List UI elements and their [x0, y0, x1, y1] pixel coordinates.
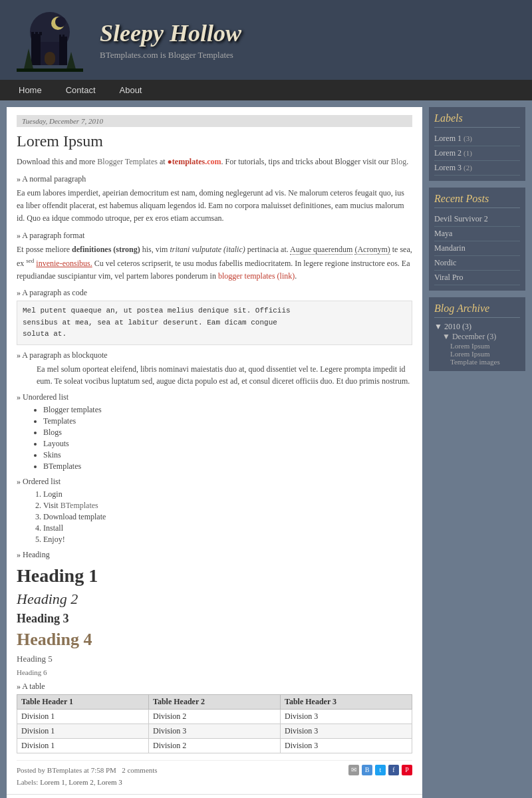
- normal-para-label: A normal paragraph: [17, 174, 412, 184]
- list-item: Templates: [43, 416, 412, 426]
- archive-year[interactable]: ▼ 2010 (3): [434, 322, 520, 332]
- year-arrow: ▼: [434, 322, 442, 331]
- recent-post-maya[interactable]: Maya: [434, 227, 520, 241]
- table-cell: Division 3: [281, 738, 412, 753]
- invenie-text: invenie-eonsibus.: [36, 259, 92, 268]
- post-byline: Posted by BTemplates at 7:58 PM 2 commen…: [17, 766, 158, 774]
- nav-home[interactable]: Home: [7, 80, 54, 100]
- label-count: (2): [464, 164, 472, 172]
- table-header: Table Header 2: [149, 694, 281, 709]
- recent-posts-title: Recent Posts: [434, 193, 520, 208]
- blog-templates-link[interactable]: blogger templates (link): [218, 271, 295, 281]
- label-link[interactable]: Lorem 2: [68, 778, 94, 786]
- navigation: Home Contact About: [0, 80, 532, 100]
- btemplates-ordered-link[interactable]: BTemplates: [61, 501, 98, 510]
- main-layout: Tuesday, December 7, 2010 Lorem Ipsum Do…: [0, 100, 532, 798]
- list-item: Install: [43, 523, 412, 533]
- recent-post-nordic[interactable]: Nordic: [434, 256, 520, 271]
- svg-rect-7: [35, 32, 38, 35]
- logo-icon: [17, 9, 83, 72]
- heading-6: Heading 6: [17, 668, 412, 676]
- archive-post-3[interactable]: Template images: [434, 358, 520, 366]
- svg-rect-10: [63, 35, 65, 38]
- site-title-area: Sleepy Hollow BTemplates.com is Blogger …: [100, 19, 241, 61]
- month-arrow: ▼: [442, 332, 450, 341]
- nav-about[interactable]: About: [108, 80, 154, 100]
- svg-point-2: [55, 17, 66, 27]
- post-table: Table Header 1 Table Header 2 Table Head…: [17, 694, 412, 753]
- facebook-share-icon[interactable]: f: [388, 765, 399, 775]
- post-time-link[interactable]: 7:58 PM: [91, 766, 116, 774]
- table-header: Table Header 3: [281, 694, 412, 709]
- code-label: A paragraph as code: [17, 288, 412, 298]
- sidebar: Labels Lorem 1 (3) Lorem 2 (1) Lorem 3 (…: [429, 107, 525, 798]
- labels-widget-title: Labels: [434, 112, 520, 128]
- list-item: BTemplates: [43, 462, 412, 471]
- share-icons: ✉ B t f P: [348, 765, 412, 775]
- post-date: Tuesday, December 7, 2010: [17, 115, 412, 127]
- archive-month[interactable]: ▼ December (3): [434, 332, 520, 342]
- post-1: Tuesday, December 7, 2010 Lorem Ipsum Do…: [7, 107, 422, 795]
- content-area: Tuesday, December 7, 2010 Lorem Ipsum Do…: [7, 107, 422, 798]
- headings-section: Heading 1 Heading 2 Heading 3 Heading 4 …: [17, 565, 412, 676]
- unordered-label: Unordered list: [17, 392, 412, 402]
- list-item: Blogs: [43, 428, 412, 438]
- para-format-label: A paragraph format: [17, 231, 412, 241]
- recent-post-mandarin[interactable]: Mandarin: [434, 241, 520, 256]
- blog-archive-widget: Blog Archive ▼ 2010 (3) ▼ December (3) L…: [429, 297, 525, 371]
- recent-post-devil[interactable]: Devil Survivor 2: [434, 212, 520, 227]
- pinterest-share-icon[interactable]: P: [402, 765, 412, 775]
- table-cell: Division 1: [17, 738, 149, 753]
- blockquote-label: A paragraph as blockquote: [17, 350, 412, 360]
- comments-link[interactable]: 2 comments: [122, 766, 157, 774]
- label-lorem3[interactable]: Lorem 3 (2): [434, 161, 520, 176]
- list-item: Skins: [43, 450, 412, 460]
- archive-title: Blog Archive: [434, 303, 520, 318]
- label-lorem1[interactable]: Lorem 1 (3): [434, 132, 520, 146]
- twitter-share-icon[interactable]: t: [375, 765, 386, 775]
- abbr-text: Augue quaerendum: [290, 245, 352, 255]
- svg-rect-4: [31, 34, 41, 65]
- nav-contact[interactable]: Contact: [54, 80, 108, 100]
- post-intro: Download this and more Blogger Templates…: [17, 156, 412, 168]
- table-cell: Division 1: [17, 724, 149, 738]
- blockquote: Ea mel solum oporteat eleifend, libris n…: [37, 363, 412, 387]
- heading-label: Heading: [17, 550, 412, 560]
- svg-rect-6: [31, 32, 34, 35]
- italic-text: tritani vulputate (italic): [170, 245, 245, 254]
- svg-rect-14: [17, 68, 83, 72]
- archive-post-2[interactable]: Lorem Ipsum: [434, 350, 520, 358]
- list-item: Enjoy!: [43, 535, 412, 545]
- blogger-templates-link[interactable]: Blogger Templates: [97, 157, 158, 166]
- paragraph-format: Et posse meliore definitiones (strong) h…: [17, 243, 412, 283]
- labels-widget: Labels Lorem 1 (3) Lorem 2 (1) Lorem 3 (…: [429, 107, 525, 181]
- table-cell: Division 1: [17, 709, 149, 724]
- table-row: Division 1 Division 2 Division 3: [17, 709, 412, 724]
- code-block: Mel putent quaeque an, ut postea melius …: [17, 301, 412, 345]
- email-share-icon[interactable]: ✉: [348, 765, 359, 775]
- heading-4: Heading 4: [17, 630, 412, 650]
- post-footer: Posted by BTemplates at 7:58 PM 2 commen…: [17, 760, 412, 775]
- list-item: Layouts: [43, 439, 412, 449]
- blog-link[interactable]: Blog: [391, 157, 406, 166]
- unordered-list: Blogger templates Templates Blogs Layout…: [43, 405, 412, 471]
- label-link[interactable]: Lorem 3: [97, 778, 122, 786]
- heading-1: Heading 1: [17, 565, 412, 587]
- table-header: Table Header 1: [17, 694, 149, 709]
- recent-posts-widget: Recent Posts Devil Survivor 2 Maya Manda…: [429, 188, 525, 291]
- label-link[interactable]: Lorem 1: [40, 778, 65, 786]
- heading-3: Heading 3: [17, 612, 412, 626]
- heading-5: Heading 5: [17, 654, 412, 664]
- list-item: Visit BTemplates: [43, 501, 412, 511]
- table-cell: Division 3: [281, 724, 412, 738]
- label-lorem2[interactable]: Lorem 2 (1): [434, 146, 520, 161]
- site-subtitle: BTemplates.com is Blogger Templates: [100, 50, 241, 61]
- ordered-list: Login Visit BTemplates Download template…: [43, 489, 412, 545]
- recent-post-viral[interactable]: Viral Pro: [434, 271, 520, 285]
- post-2: Lorem Ipsum Download this and more Blogg…: [7, 795, 422, 798]
- post-title: Lorem Ipsum: [17, 132, 412, 150]
- normal-paragraph: Ea eum labores imperdiet, apeirian democ…: [17, 187, 412, 225]
- blog-share-icon[interactable]: B: [362, 765, 372, 775]
- archive-post-1[interactable]: Lorem Ipsum: [434, 342, 520, 350]
- table-row: Division 1 Division 2 Division 3: [17, 738, 412, 753]
